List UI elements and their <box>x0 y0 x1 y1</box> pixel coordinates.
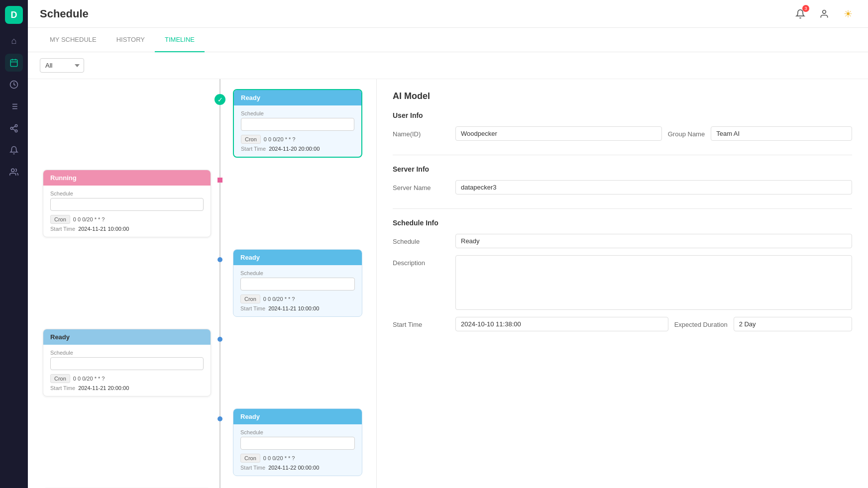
schedule-start-time-label: Start Time <box>393 317 447 328</box>
sidebar-item-share[interactable] <box>5 119 23 137</box>
card-status-1: Ready <box>234 90 361 105</box>
card-input-5[interactable] <box>240 437 355 450</box>
svg-line-15 <box>12 126 15 128</box>
timeline-dot-2 <box>217 178 222 183</box>
sidebar-item-notifications[interactable] <box>5 141 23 159</box>
card-input-2[interactable] <box>50 198 204 211</box>
timeline-card-right-5[interactable]: Ready Schedule Cron 0 0 0/20 * * ? Start… <box>233 408 362 476</box>
card-start-label-5: Start Time <box>240 465 265 471</box>
card-body-1: Schedule Cron 0 0 0/20 * * ? Start Time … <box>234 105 361 157</box>
sidebar-item-list[interactable] <box>5 98 23 115</box>
card-status-4: Ready <box>43 329 211 345</box>
description-label: Description <box>393 255 447 267</box>
name-id-fields: Group Name <box>455 126 852 141</box>
card-input-3[interactable] <box>240 278 355 291</box>
description-textarea[interactable] <box>455 255 852 310</box>
timeline-card-left-2[interactable]: Running Schedule Cron 0 0 0/20 * * ? Sta… <box>43 170 211 237</box>
notification-button[interactable]: 3 <box>792 6 808 22</box>
sidebar-logo[interactable]: D <box>5 6 23 24</box>
sidebar-item-schedule[interactable] <box>5 54 23 72</box>
timeline-dot-5 <box>217 416 222 421</box>
server-name-row: Server Name <box>393 180 852 195</box>
expected-duration-label: Expected Duration <box>674 317 728 331</box>
notification-badge: 3 <box>802 5 809 12</box>
sidebar-item-home[interactable]: ⌂ <box>5 32 23 50</box>
page-body: MY SCHEDULE HISTORY TIMELINE All Running… <box>28 28 868 488</box>
sidebar-item-team[interactable] <box>5 163 23 181</box>
schedule-label: Schedule <box>393 234 447 245</box>
card-status-2: Running <box>43 170 211 186</box>
timeline-item-4: Ready Schedule Cron 0 0 0/20 * * ? Start… <box>28 329 376 396</box>
card-label-2: Schedule <box>50 191 204 196</box>
schedule-row: Schedule <box>393 234 852 248</box>
timeline-dot-4 <box>217 337 222 342</box>
card-input-4[interactable] <box>50 357 204 370</box>
card-body-2: Schedule Cron 0 0 0/20 * * ? Start Time … <box>43 186 211 237</box>
sidebar-item-runs[interactable] <box>5 76 23 94</box>
card-status-5: Ready <box>233 409 362 424</box>
group-name-label: Group Name <box>668 126 705 141</box>
page-title: Schedule <box>40 7 89 20</box>
timeline-item-3: Ready Schedule Cron 0 0 0/20 * * ? Start… <box>28 249 376 317</box>
card-start-label-3: Start Time <box>240 305 265 311</box>
name-id-input[interactable] <box>455 126 662 141</box>
svg-rect-0 <box>10 60 17 67</box>
card-start-label-4: Start Time <box>50 385 75 391</box>
card-body-5: Schedule Cron 0 0 0/20 * * ? Start Time … <box>233 424 362 476</box>
card-cron-value-4: 0 0 0/20 * * ? <box>73 376 105 382</box>
timeline-card-right-1[interactable]: Ready Schedule Cron 0 0 0/20 * * ? Start… <box>233 89 362 158</box>
content-area: ✓ Ready Schedule Cron 0 0 0/20 * * ? <box>28 79 868 488</box>
schedule-info-title: Schedule Info <box>393 219 852 227</box>
header: Schedule 3 ☀ <box>28 0 868 28</box>
card-start-label-2: Start Time <box>50 226 75 232</box>
timeline-area: ✓ Ready Schedule Cron 0 0 0/20 * * ? <box>28 79 376 488</box>
header-actions: 3 ☀ <box>792 6 856 22</box>
card-label-5: Schedule <box>240 429 355 435</box>
user-info-name-row: Name(ID) Group Name <box>393 126 852 141</box>
card-cron-value-1: 0 0 0/20 * * ? <box>264 136 296 142</box>
server-name-input[interactable] <box>455 180 852 195</box>
schedule-start-time-input[interactable] <box>455 317 668 331</box>
card-body-4: Schedule Cron 0 0 0/20 * * ? Start Time … <box>43 345 211 396</box>
user-info-title: User Info <box>393 111 852 119</box>
server-info-section: Server Info Server Name <box>393 165 852 195</box>
sidebar: D ⌂ <box>0 0 28 488</box>
card-start-value-1: 2024-11-20 20:00:00 <box>269 146 320 152</box>
user-info-section: User Info Name(ID) Group Name <box>393 111 852 141</box>
card-cron-badge-4: Cron <box>50 374 70 383</box>
card-cron-value-5: 0 0 0/20 * * ? <box>263 455 295 461</box>
timeline-card-left-4[interactable]: Ready Schedule Cron 0 0 0/20 * * ? Start… <box>43 329 211 396</box>
tab-history[interactable]: HISTORY <box>107 28 155 52</box>
description-row: Description <box>393 255 852 310</box>
divider-1 <box>393 155 852 155</box>
card-label-4: Schedule <box>50 350 204 356</box>
card-cron-badge-1: Cron <box>241 135 261 144</box>
card-start-value-5: 2024-11-22 00:00:00 <box>268 465 319 471</box>
card-start-label-1: Start Time <box>241 146 266 152</box>
timeline-card-right-3[interactable]: Ready Schedule Cron 0 0 0/20 * * ? Start… <box>233 249 362 317</box>
svg-point-13 <box>15 130 17 132</box>
card-input-1[interactable] <box>241 118 354 131</box>
group-name-input[interactable] <box>711 126 852 141</box>
card-start-value-2: 2024-11-21 10:00:00 <box>78 226 129 232</box>
tab-my-schedule[interactable]: MY SCHEDULE <box>40 28 107 52</box>
card-label-3: Schedule <box>240 270 355 276</box>
timeline-item-5: Ready Schedule Cron 0 0 0/20 * * ? Start… <box>28 408 376 476</box>
card-label-1: Schedule <box>241 110 354 116</box>
user-profile-button[interactable] <box>816 6 832 22</box>
tab-timeline[interactable]: TIMELINE <box>155 28 205 52</box>
theme-toggle-button[interactable]: ☀ <box>840 6 856 22</box>
divider-2 <box>393 208 852 209</box>
card-start-value-4: 2024-11-21 20:00:00 <box>78 385 129 391</box>
schedule-value-input[interactable] <box>455 234 852 248</box>
filter-select[interactable]: All Running Ready Done <box>40 58 84 73</box>
server-name-label: Server Name <box>393 180 447 192</box>
schedule-time-fields: Expected Duration <box>455 317 852 331</box>
card-status-3: Ready <box>233 250 362 265</box>
start-time-row: Start Time Expected Duration <box>393 317 852 331</box>
card-start-value-3: 2024-11-21 10:00:00 <box>268 305 319 311</box>
expected-duration-input[interactable] <box>734 317 852 331</box>
svg-line-14 <box>12 129 15 130</box>
timeline-item-1: ✓ Ready Schedule Cron 0 0 0/20 * * ? <box>28 89 376 158</box>
timeline-dot-1: ✓ <box>215 94 225 105</box>
